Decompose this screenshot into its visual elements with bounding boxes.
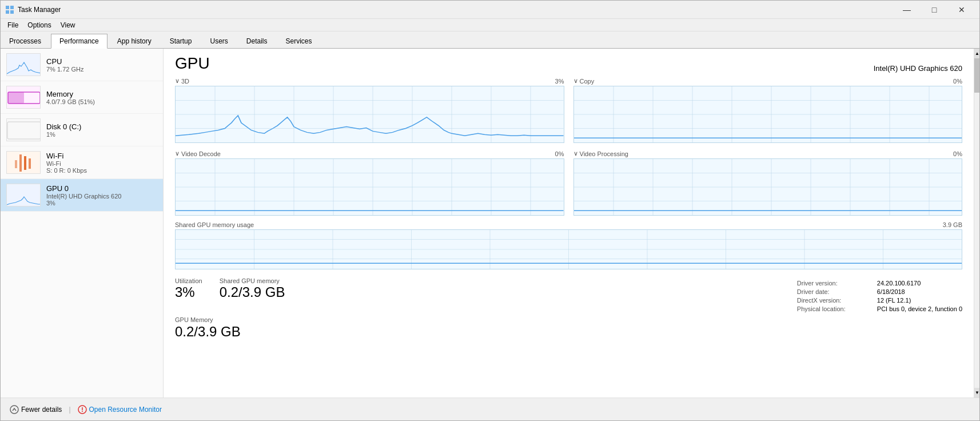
driver-date-key: Driver date: [797, 288, 871, 295]
chart-3d-label: ∨ 3D 3% [175, 77, 564, 85]
sidebar-item-wifi[interactable]: Wi-Fi Wi-Fi S: 0 R: 0 Kbps [1, 146, 163, 179]
chart-vp-name: Video Processing [580, 150, 628, 157]
task-manager-window: Task Manager — □ ✕ File Options View Pro… [0, 0, 980, 421]
sidebar: CPU 7% 1.72 GHz Memory 4.0/7.9 GB (51%) [1, 49, 164, 398]
chevron-copy-icon: ∨ [573, 77, 578, 85]
stats-section: Utilization 3% Shared GPU memory 0.2/3.9… [175, 277, 962, 312]
shared-chart-box [175, 229, 962, 269]
fewer-details-icon [10, 405, 19, 414]
menu-options[interactable]: Options [23, 20, 55, 30]
svg-rect-5 [8, 92, 24, 104]
svg-point-74 [82, 411, 83, 412]
disk-thumbnail [6, 118, 41, 141]
sidebar-item-cpu[interactable]: CPU 7% 1.72 GHz [1, 49, 163, 81]
scroll-down-arrow[interactable]: ▼ [974, 388, 979, 398]
svg-rect-2 [6, 10, 9, 14]
maximize-button[interactable]: □ [921, 1, 947, 19]
disk-sub: 1% [46, 131, 157, 138]
close-button[interactable]: ✕ [949, 1, 975, 19]
driver-directx-val: 12 (FL 12.1) [877, 297, 911, 304]
bottom-separator: | [69, 406, 70, 414]
scrollbar-thumb[interactable] [974, 58, 979, 93]
svg-rect-3 [10, 10, 14, 14]
chart-3d-name: 3D [181, 78, 189, 85]
wifi-sub1: Wi-Fi [46, 160, 157, 167]
tab-processes[interactable]: Processes [1, 34, 50, 48]
menu-view[interactable]: View [56, 20, 80, 30]
tab-users[interactable]: Users [201, 34, 236, 48]
charts-grid: ∨ 3D 3% [175, 77, 962, 216]
svg-point-71 [10, 406, 18, 414]
fewer-details-button[interactable]: Fewer details [10, 405, 62, 414]
chart-decode-svg [176, 159, 564, 215]
cpu-info: CPU 7% 1.72 GHz [46, 57, 157, 73]
chart-copy-box [573, 86, 963, 143]
main-panel: GPU Intel(R) UHD Graphics 620 ∨ 3D 3% [164, 49, 974, 398]
open-resource-label: Open Resource Monitor [89, 406, 162, 414]
svg-rect-6 [7, 122, 41, 139]
sidebar-item-gpu[interactable]: GPU 0 Intel(R) UHD Graphics 620 3% [1, 179, 163, 212]
wifi-info: Wi-Fi Wi-Fi S: 0 R: 0 Kbps [46, 152, 157, 174]
sidebar-item-memory[interactable]: Memory 4.0/7.9 GB (51%) [1, 81, 163, 114]
disk-info: Disk 0 (C:) 1% [46, 122, 157, 138]
stat-gpu-memory-block: GPU Memory 0.2/3.9 GB [175, 316, 962, 340]
chart-decode-percent: 0% [555, 150, 564, 157]
stat-utilization-value: 3% [175, 284, 202, 300]
chart-3d-box [175, 86, 564, 143]
resource-monitor-icon [78, 405, 87, 414]
driver-version-row: Driver version: 24.20.100.6170 [797, 280, 962, 287]
stat-gpu-memory-value: 0.2/3.9 GB [175, 324, 962, 340]
gpu-device-name: Intel(R) UHD Graphics 620 [874, 64, 962, 73]
svg-rect-9 [29, 158, 31, 169]
minimize-button[interactable]: — [894, 1, 920, 19]
right-scrollbar[interactable]: ▲ ▼ [974, 49, 979, 398]
shared-memory-section: Shared GPU memory usage 3.9 GB [175, 221, 962, 269]
scroll-up-arrow[interactable]: ▲ [974, 49, 979, 58]
cpu-thumbnail [6, 53, 41, 76]
fewer-details-label: Fewer details [21, 406, 62, 414]
gpu-info: GPU 0 Intel(R) UHD Graphics 620 3% [46, 184, 157, 206]
chevron-3d-icon: ∨ [175, 77, 180, 85]
gpu-header: GPU Intel(R) UHD Graphics 620 [175, 54, 962, 73]
tab-app-history[interactable]: App history [109, 34, 160, 48]
tab-startup[interactable]: Startup [161, 34, 201, 48]
stat-shared-mem-label: Shared GPU memory [220, 277, 285, 284]
wifi-title: Wi-Fi [46, 152, 157, 160]
chart-video-decode: ∨ Video Decode 0% [175, 150, 564, 216]
chart-vp-box [573, 158, 963, 216]
chevron-decode-icon: ∨ [175, 150, 180, 157]
gpu-thumbnail [6, 184, 41, 206]
stat-shared-mem-value: 0.2/3.9 GB [220, 284, 285, 300]
wifi-thumbnail [6, 151, 41, 174]
open-resource-monitor-button[interactable]: Open Resource Monitor [78, 405, 162, 414]
driver-version-val: 24.20.100.6170 [877, 280, 921, 287]
driver-version-key: Driver version: [797, 280, 871, 287]
memory-sub: 4.0/7.9 GB (51%) [46, 98, 157, 105]
driver-info: Driver version: 24.20.100.6170 Driver da… [797, 280, 962, 312]
stat-gpu-memory-label: GPU Memory [175, 316, 213, 323]
chevron-vp-icon: ∨ [573, 150, 578, 157]
driver-date-row: Driver date: 6/18/2018 [797, 288, 962, 295]
driver-location-row: Physical location: PCI bus 0, device 2, … [797, 305, 962, 312]
driver-location-val: PCI bus 0, device 2, function 0 [877, 305, 962, 312]
chart-copy: ∨ Copy 0% [573, 77, 963, 143]
shared-memory-text: Shared GPU memory usage [175, 221, 254, 228]
memory-thumbnail [6, 86, 41, 109]
menu-file[interactable]: File [3, 20, 23, 30]
stat-utilization: Utilization 3% [175, 277, 202, 312]
svg-rect-8 [24, 156, 26, 170]
chart-copy-svg [574, 86, 962, 142]
sidebar-item-disk[interactable]: Disk 0 (C:) 1% [1, 114, 163, 146]
chart-vp-label: ∨ Video Processing 0% [573, 150, 963, 157]
chart-3d-percent: 3% [555, 78, 564, 85]
scrollbar-track [974, 58, 979, 388]
wifi-sub2: S: 0 R: 0 Kbps [46, 167, 157, 174]
chart-vp-svg [574, 159, 962, 215]
stat-shared-mem: Shared GPU memory 0.2/3.9 GB [220, 277, 285, 312]
tab-details[interactable]: Details [238, 34, 276, 48]
memory-title: Memory [46, 90, 157, 98]
tab-services[interactable]: Services [277, 34, 321, 48]
tab-performance[interactable]: Performance [51, 34, 107, 49]
chart-video-processing: ∨ Video Processing 0% [573, 150, 963, 216]
driver-date-val: 6/18/2018 [877, 288, 905, 295]
